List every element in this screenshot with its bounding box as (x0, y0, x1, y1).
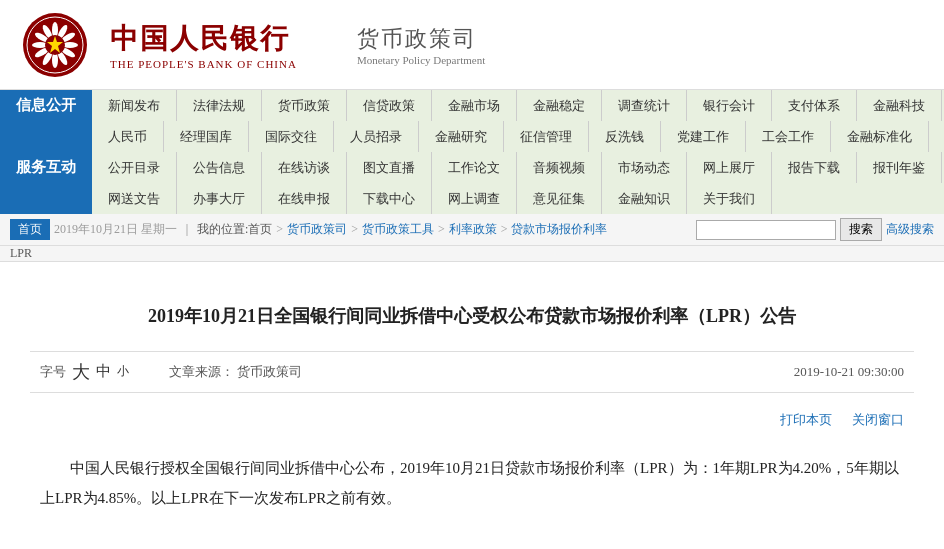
advanced-search-link[interactable]: 高级搜索 (886, 221, 934, 238)
nav-guanyu-women[interactable]: 关于我们 (687, 183, 772, 214)
nav-section-xinxi: 信息公开 (0, 90, 92, 121)
nav-row-3: 服务互动 公开目录 公告信息 在线访谈 图文直播 工作论文 音频视频 市场动态 … (0, 152, 944, 183)
font-size-ctrl: 字号 大 中 小 (40, 360, 129, 384)
meta-source: 文章来源： 货币政策司 (169, 363, 302, 381)
nav-renyuan[interactable]: 人员招录 (334, 121, 419, 152)
logo-text: 中国人民银行 THE PEOPLE'S BANK OF CHINA (110, 20, 297, 70)
nav-huobi[interactable]: 货币政策 (262, 90, 347, 121)
article-actions-top: 打印本页 关闭窗口 (30, 403, 914, 437)
search-input[interactable] (696, 220, 836, 240)
dept-name-english: Monetary Policy Department (357, 54, 485, 66)
font-small-btn[interactable]: 小 (117, 363, 129, 380)
bank-name-english: THE PEOPLE'S BANK OF CHINA (110, 58, 297, 70)
nav-wangshang-zhanting[interactable]: 网上展厅 (687, 152, 772, 183)
nav-yinhang-kuaiji[interactable]: 银行会计 (687, 90, 772, 121)
nav-banshi[interactable]: 办事大厅 (177, 183, 262, 214)
breadcrumb-huobi[interactable]: 货币政策司 (287, 221, 347, 238)
nav-yijian[interactable]: 意见征集 (517, 183, 602, 214)
nav-tuzhi[interactable]: 图文直播 (347, 152, 432, 183)
nav-gonghui[interactable]: 工会工作 (746, 121, 831, 152)
nav-dangji[interactable]: 党建工作 (661, 121, 746, 152)
breadcrumb-lpr-full[interactable]: 贷款市场报价利率 (511, 221, 607, 238)
close-top[interactable]: 关闭窗口 (852, 411, 904, 429)
nav-items-row4: 网送文告 办事大厅 在线申报 下载中心 网上调查 意见征集 金融知识 关于我们 (92, 183, 944, 214)
search-button[interactable]: 搜索 (840, 218, 882, 241)
nav-row-1: 信息公开 新闻发布 法律法规 货币政策 信贷政策 金融市场 金融稳定 调查统计 … (0, 90, 944, 121)
nav-section-fuwu: 服务互动 (0, 152, 92, 183)
nav-yinpin[interactable]: 音频视频 (517, 152, 602, 183)
nav-items-row3: 公开目录 公告信息 在线访谈 图文直播 工作论文 音频视频 市场动态 网上展厅 … (92, 152, 944, 183)
source-value: 货币政策司 (237, 364, 302, 379)
lpr-text: LPR (10, 246, 32, 260)
nav-shichang-dongtai[interactable]: 市场动态 (602, 152, 687, 183)
sep2: > (276, 222, 283, 237)
dept-text: 货币政策司 Monetary Policy Department (357, 24, 485, 66)
search-area: 搜索 高级搜索 (696, 218, 934, 241)
nav-baokannian[interactable]: 报刊年鉴 (857, 152, 942, 183)
nav-xinwen[interactable]: 新闻发布 (92, 90, 177, 121)
bank-emblem (20, 10, 90, 80)
nav-jinrong-shichang[interactable]: 金融市场 (432, 90, 517, 121)
sep3: > (351, 222, 358, 237)
nav-diaocha[interactable]: 调查统计 (602, 90, 687, 121)
nav-jinrong-keji[interactable]: 金融科技 (857, 90, 942, 121)
bank-name-chinese: 中国人民银行 (110, 20, 290, 58)
nav-row-2: 信息公开 人民币 经理国库 国际交往 人员招录 金融研究 征信管理 反洗钱 党建… (0, 121, 944, 152)
nav-wangsong[interactable]: 网送文告 (92, 183, 177, 214)
breadcrumb-bar: 首页 2019年10月21日 星期一 ｜ 我的位置:首页 > 货币政策司 > 货… (0, 214, 944, 246)
nav-gonggao[interactable]: 公告信息 (177, 152, 262, 183)
sep4: > (438, 222, 445, 237)
nav-row-4: 服务互动 网送文告 办事大厅 在线申报 下载中心 网上调查 意见征集 金融知识 … (0, 183, 944, 214)
nav-gongkai-mulu[interactable]: 公开目录 (92, 152, 177, 183)
nav-baogao-xiazai[interactable]: 报告下载 (772, 152, 857, 183)
site-header: 中国人民银行 THE PEOPLE'S BANK OF CHINA 货币政策司 … (0, 0, 944, 90)
sep5: > (501, 222, 508, 237)
nav-xiazai[interactable]: 下载中心 (347, 183, 432, 214)
nav-faxiqian[interactable]: 反洗钱 (589, 121, 661, 152)
breadcrumb-lilv[interactable]: 利率政策 (449, 221, 497, 238)
breadcrumb-label: 我的位置:首页 (197, 221, 272, 238)
nav-jingli[interactable]: 经理国库 (164, 121, 249, 152)
logo-area: 中国人民银行 THE PEOPLE'S BANK OF CHINA 货币政策司 … (20, 10, 485, 80)
nav-zhifu[interactable]: 支付体系 (772, 90, 857, 121)
source-label: 文章来源： (169, 364, 234, 379)
lpr-sublabel: LPR (0, 246, 944, 262)
font-large-btn[interactable]: 大 (72, 360, 90, 384)
nav-jinrong-yanjiu[interactable]: 金融研究 (419, 121, 504, 152)
nav-zaixian-shenbao[interactable]: 在线申报 (262, 183, 347, 214)
sep1: 2019年10月21日 星期一 (54, 221, 177, 238)
nav-zhengxin[interactable]: 征信管理 (504, 121, 589, 152)
nav-items-row1: 新闻发布 法律法规 货币政策 信贷政策 金融市场 金融稳定 调查统计 银行会计 … (92, 90, 944, 121)
nav-items-row2: 人民币 经理国库 国际交往 人员招录 金融研究 征信管理 反洗钱 党建工作 工会… (92, 121, 944, 152)
dept-name-chinese: 货币政策司 (357, 24, 485, 54)
breadcrumb-home[interactable]: 首页 (10, 219, 50, 240)
article-body: 中国人民银行授权全国银行间同业拆借中心公布，2019年10月21日贷款市场报价利… (30, 437, 914, 529)
sep-pipe: ｜ (181, 221, 193, 238)
nav-renminbi[interactable]: 人民币 (92, 121, 164, 152)
nav-zaixian-fangtan[interactable]: 在线访谈 (262, 152, 347, 183)
nav-wangshang-diaocha[interactable]: 网上调查 (432, 183, 517, 214)
nav-jinrong-wending[interactable]: 金融稳定 (517, 90, 602, 121)
nav-jinrong-zhishi[interactable]: 金融知识 (602, 183, 687, 214)
main-content: 2019年10月21日全国银行间同业拆借中心受权公布贷款市场报价利率（LPR）公… (0, 262, 944, 549)
nav-guoji[interactable]: 国际交往 (249, 121, 334, 152)
font-medium-btn[interactable]: 中 (96, 362, 111, 381)
font-label: 字号 (40, 363, 66, 381)
navigation: 信息公开 新闻发布 法律法规 货币政策 信贷政策 金融市场 金融稳定 调查统计 … (0, 90, 944, 214)
breadcrumb-gongju[interactable]: 货币政策工具 (362, 221, 434, 238)
nav-gongzuo-lunwen[interactable]: 工作论文 (432, 152, 517, 183)
nav-falv[interactable]: 法律法规 (177, 90, 262, 121)
print-top[interactable]: 打印本页 (780, 411, 832, 429)
nav-xindai[interactable]: 信贷政策 (347, 90, 432, 121)
nav-biaozhun[interactable]: 金融标准化 (831, 121, 929, 152)
article-title: 2019年10月21日全国银行间同业拆借中心受权公布贷款市场报价利率（LPR）公… (30, 302, 914, 331)
meta-date: 2019-10-21 09:30:00 (794, 364, 904, 380)
article-meta: 字号 大 中 小 文章来源： 货币政策司 2019-10-21 09:30:00 (30, 351, 914, 393)
